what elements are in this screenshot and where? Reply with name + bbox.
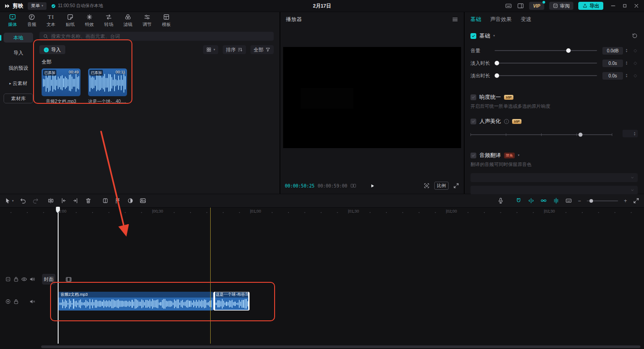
step-down-icon[interactable]: ▾ [626, 76, 627, 78]
frame-view-icon[interactable] [350, 183, 356, 189]
auto-snap-toggle-icon[interactable] [528, 197, 534, 204]
media-clip-card[interactable]: 已添加 00:49 音频2文档.mp3 [42, 68, 80, 105]
tab-transitions[interactable]: 转场 [101, 13, 117, 28]
sidebar-item-cloud[interactable]: ▸云素材 [4, 78, 33, 88]
basic-checkbox[interactable] [470, 33, 476, 39]
tab-speed[interactable]: 变速 [521, 16, 531, 23]
lock-icon[interactable] [13, 276, 19, 282]
slider-knob[interactable] [566, 48, 571, 53]
sidebar-item-import[interactable]: 导入 [4, 48, 33, 58]
search-input[interactable] [51, 34, 270, 39]
flag-icon[interactable] [114, 197, 121, 204]
tab-effects[interactable]: 特效 [81, 13, 97, 28]
media-clip-card[interactable]: 已添加 00:11 这是一个球-...40.mp3 [88, 68, 127, 105]
eye-icon[interactable] [21, 276, 27, 282]
player-menu-icon[interactable] [452, 16, 458, 23]
volume-value[interactable]: 0.0dB [602, 47, 623, 55]
fade-in-stepper[interactable]: ▴▾ [624, 61, 629, 65]
fullscreen-icon[interactable] [453, 183, 459, 189]
fade-out-slider[interactable] [495, 75, 597, 76]
matting-icon[interactable] [140, 197, 146, 204]
export-button[interactable]: 导出 [578, 2, 603, 10]
import-button[interactable]: ↓ 导入 [39, 45, 65, 54]
voice-intensity-slider[interactable] [470, 132, 612, 137]
shortcut-keyboard-icon[interactable] [565, 197, 572, 204]
zoom-in-icon[interactable]: + [624, 198, 627, 204]
freeze-frame-icon[interactable] [102, 197, 109, 204]
snapshot-icon[interactable] [424, 183, 430, 189]
step-down-icon[interactable]: ▾ [626, 51, 627, 53]
undo-icon[interactable] [20, 197, 26, 204]
filter-button[interactable]: 全部 [250, 45, 274, 54]
review-button[interactable]: 审阅 [549, 2, 573, 10]
tab-media[interactable]: 媒体 [4, 13, 21, 28]
voice-value-box[interactable]: ▴▾ [623, 130, 638, 137]
play-button[interactable] [367, 181, 377, 191]
record-icon[interactable] [5, 298, 11, 305]
speaker-muted-icon[interactable] [29, 298, 35, 305]
loudness-checkbox[interactable] [470, 94, 476, 100]
split-icon[interactable] [47, 197, 54, 204]
tab-text[interactable]: TI文本 [43, 13, 59, 28]
timeline-zoom-slider[interactable] [587, 200, 618, 201]
info-icon[interactable]: i [504, 119, 509, 124]
close-icon[interactable] [633, 3, 640, 9]
tab-filters[interactable]: 滤镜 [120, 13, 136, 28]
timeline-audio-clip-1[interactable]: 音频2文档.mp3 [58, 292, 213, 311]
fade-out-value[interactable]: 0.0s [602, 72, 623, 80]
tab-sticker[interactable]: 贴纸 [62, 13, 78, 28]
layout-panel-icon[interactable] [517, 2, 524, 9]
slider-knob[interactable] [579, 133, 583, 137]
sidebar-item-material-library[interactable]: 素材库 [4, 94, 33, 103]
fade-in-slider[interactable] [495, 63, 597, 64]
vip-button[interactable]: VIP [529, 2, 544, 10]
maximize-icon[interactable] [622, 3, 627, 9]
step-down-icon[interactable]: ▾ [626, 63, 627, 65]
sidebar-item-presets[interactable]: 我的预设 [4, 63, 33, 73]
step-down-icon[interactable]: ▾ [634, 134, 635, 136]
volume-slider[interactable] [495, 50, 597, 51]
tab-templates[interactable]: 模板 [158, 13, 174, 28]
video-preview[interactable] [283, 47, 461, 148]
keyframe-icon[interactable] [633, 48, 638, 53]
preview-axis-toggle-icon[interactable] [553, 197, 559, 204]
voice-checkbox[interactable] [470, 119, 476, 124]
mask-icon[interactable] [127, 197, 134, 204]
collapsed-select-1[interactable] [470, 173, 638, 182]
reset-icon[interactable] [631, 33, 638, 39]
select-tool[interactable]: ▾ [4, 197, 14, 204]
ratio-button[interactable]: 比例 [434, 182, 449, 190]
tab-sound-effects[interactable]: 声音效果 [490, 16, 512, 23]
shortcut-keyboard-icon[interactable] [505, 2, 512, 9]
view-mode-toggle[interactable]: ▾ [203, 45, 218, 54]
keyframe-icon[interactable] [633, 73, 638, 78]
record-mic-icon[interactable] [497, 197, 504, 204]
voice-stepper[interactable]: ▴▾ [632, 132, 637, 136]
keyframe-icon[interactable] [633, 61, 638, 66]
slider-knob[interactable] [589, 199, 593, 203]
sidebar-item-local[interactable]: 本地 [4, 33, 33, 43]
lock-icon[interactable] [13, 298, 19, 305]
delete-icon[interactable] [85, 197, 92, 204]
trim-right-icon[interactable] [72, 197, 79, 204]
playhead[interactable] [56, 207, 60, 344]
fit-timeline-icon[interactable] [633, 197, 640, 204]
sort-button[interactable]: 排序 [223, 45, 246, 54]
time-ruler[interactable]: 00:00 |00:30 |01:00 |01:30 |02:00 |02:30 [0, 208, 644, 215]
link-toggle-icon[interactable] [540, 197, 547, 204]
timeline-audio-clip-2[interactable]: 这是一个球-布谷鸟配音 [213, 292, 250, 311]
fade-in-value[interactable]: 0.0s [602, 60, 623, 67]
slider-knob[interactable] [495, 61, 499, 65]
zoom-out-icon[interactable]: − [578, 198, 581, 204]
tab-audio[interactable]: 音频 [24, 13, 40, 28]
main-track-magnet-toggle-icon[interactable] [515, 197, 522, 204]
track-select-icon[interactable] [5, 276, 11, 282]
cover-button[interactable]: 封面 [42, 274, 55, 285]
speaker-icon[interactable] [29, 276, 35, 282]
trim-left-icon[interactable] [60, 197, 67, 204]
menu-button[interactable]: 菜单 ▾ [28, 2, 47, 10]
tab-basic[interactable]: 基础 [470, 16, 481, 23]
redo-icon[interactable] [32, 197, 39, 204]
slider-knob[interactable] [495, 73, 499, 78]
translate-checkbox[interactable] [470, 153, 476, 158]
